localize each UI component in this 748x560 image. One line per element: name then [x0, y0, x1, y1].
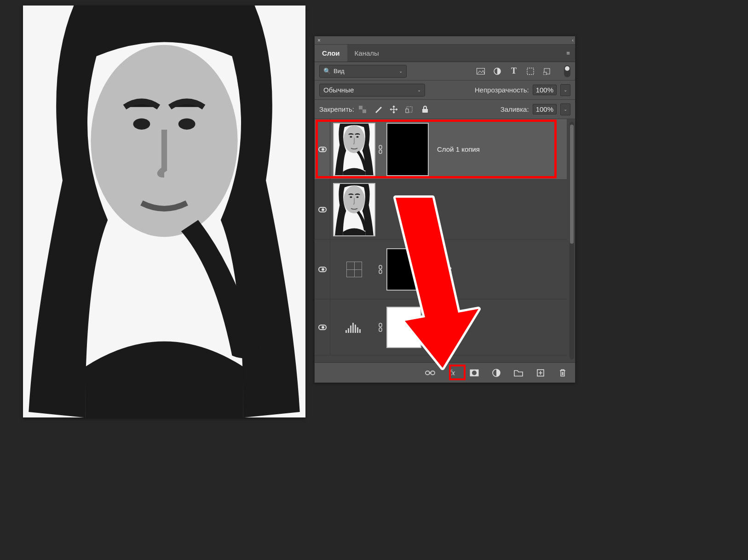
search-icon: 🔍 [323, 68, 331, 74]
svg-point-25 [472, 371, 477, 375]
new-layer-icon[interactable] [535, 368, 546, 378]
layer-name[interactable]: ивые 2 [430, 265, 452, 273]
svg-rect-14 [422, 109, 428, 113]
svg-rect-17 [379, 265, 382, 269]
link-mask-icon[interactable] [375, 145, 386, 154]
blend-row: Обычные ⌄ Непрозрачность: 100% ⌄ [315, 80, 575, 100]
chevron-down-icon: ⌄ [414, 87, 421, 92]
layer-mask-thumbnail[interactable] [386, 248, 421, 291]
adjustment-thumbnail[interactable] [333, 243, 375, 296]
layer-name[interactable]: Уровни 1 [430, 323, 459, 331]
fill-label: Заливка: [501, 105, 529, 113]
lock-row: Закрепить: Заливка: 100% ⌄ [315, 100, 575, 119]
opacity-stepper[interactable]: ⌄ [560, 84, 570, 96]
visibility-icon[interactable] [318, 325, 327, 330]
svg-rect-20 [379, 328, 382, 331]
layers-panel: × ‹‹ Слои Каналы ≡ 🔍 Вид ⌄ T Обычные ⌄ Н… [314, 36, 575, 383]
panel-menu-icon[interactable]: ≡ [561, 50, 575, 57]
opacity-value[interactable]: 100% [533, 85, 557, 95]
filter-kind-select[interactable]: 🔍 Вид ⌄ [319, 65, 407, 78]
layer-mask-thumbnail[interactable] [386, 123, 429, 176]
fill-value[interactable]: 100% [533, 104, 557, 114]
scrollbar-thumb[interactable] [570, 125, 574, 244]
add-mask-icon[interactable] [469, 368, 479, 378]
visibility-icon[interactable] [318, 267, 327, 272]
lock-position-icon[interactable] [389, 105, 398, 114]
svg-rect-16 [379, 150, 382, 154]
opacity-label: Непрозрачность: [475, 86, 529, 94]
lock-artboard-icon[interactable] [405, 105, 414, 114]
svg-rect-11 [362, 109, 366, 113]
curves-icon [346, 262, 362, 277]
layers-bottom-toolbar: fx [315, 362, 575, 383]
levels-icon [345, 322, 363, 333]
tab-channels[interactable]: Каналы [347, 45, 386, 62]
fill-stepper[interactable]: ⌄ [560, 103, 570, 115]
svg-rect-13 [406, 109, 409, 113]
visibility-icon[interactable] [318, 147, 327, 152]
trash-icon[interactable] [558, 368, 568, 378]
lock-all-icon[interactable] [420, 105, 430, 114]
lock-pixels-icon[interactable] [374, 105, 383, 114]
layer-row[interactable]: Уровни 1 [315, 299, 567, 355]
layer-row[interactable]: ивые 2 [315, 240, 567, 299]
close-panel-icon[interactable]: × [317, 37, 321, 44]
link-mask-icon[interactable] [375, 323, 386, 332]
panel-topbar: × ‹‹ [315, 36, 575, 45]
blend-mode-value: Обычные [323, 86, 354, 94]
lock-transparency-icon[interactable] [358, 105, 367, 114]
tab-layers[interactable]: Слои [315, 45, 347, 62]
layer-name[interactable]: Слой 1 копия [437, 145, 480, 153]
svg-rect-19 [379, 323, 382, 327]
shape-filter-icon[interactable] [526, 67, 535, 75]
svg-rect-15 [379, 145, 382, 149]
panel-tabs: Слои Каналы ≡ [315, 45, 575, 62]
filter-kind-label: Вид [334, 68, 345, 74]
filter-toggle[interactable] [564, 65, 570, 77]
svg-rect-10 [359, 106, 362, 109]
layer-mask-thumbnail[interactable] [386, 307, 421, 348]
svg-rect-6 [527, 68, 534, 74]
adjustment-filter-icon[interactable] [493, 67, 501, 75]
visibility-icon[interactable] [318, 207, 327, 212]
adjustment-thumbnail[interactable] [333, 303, 375, 352]
chevron-down-icon: ⌄ [395, 69, 403, 74]
smart-filter-icon[interactable] [543, 67, 551, 75]
add-adjustment-icon[interactable] [491, 368, 501, 378]
layer-filter-row: 🔍 Вид ⌄ T [315, 62, 575, 80]
link-layers-icon[interactable] [425, 368, 435, 378]
group-icon[interactable] [513, 368, 524, 378]
layers-scrollbar[interactable] [570, 122, 574, 360]
svg-rect-8 [543, 72, 547, 75]
layer-fx-icon[interactable]: fx [447, 368, 457, 378]
layer-thumbnail[interactable] [333, 183, 375, 236]
canvas-image[interactable] [23, 6, 305, 417]
image-filter-icon[interactable] [477, 67, 485, 75]
layer-thumbnail[interactable] [333, 123, 375, 176]
type-filter-icon[interactable]: T [510, 67, 518, 75]
lock-label: Закрепить: [319, 105, 354, 113]
layer-row[interactable]: Слой 1 копия [315, 119, 567, 180]
link-mask-icon[interactable] [375, 265, 386, 274]
svg-rect-18 [379, 270, 382, 274]
blend-mode-select[interactable]: Обычные ⌄ [319, 84, 425, 97]
layer-row[interactable] [315, 180, 567, 240]
collapse-panel-icon[interactable]: ‹‹ [572, 38, 572, 43]
layers-list: Слой 1 копия ивые 2 [315, 119, 575, 362]
